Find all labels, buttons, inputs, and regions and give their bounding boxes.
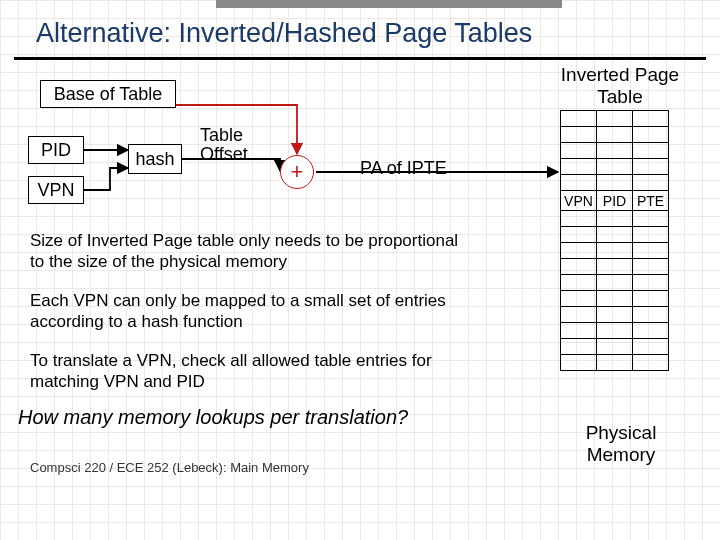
diagram-canvas: Base of Table PID VPN hash Table Offset … [0, 60, 720, 500]
ipt-header-vpn: VPN [561, 191, 597, 211]
ipt-header-pid: PID [597, 191, 633, 211]
para-3: To translate a VPN, check all allowed ta… [30, 350, 460, 393]
base-of-table-box: Base of Table [40, 80, 176, 108]
table-offset-label: Table Offset [200, 126, 248, 164]
pid-box: PID [28, 136, 84, 164]
physical-memory-text: Physical Memory [586, 422, 657, 465]
ipt-header-pte: PTE [633, 191, 669, 211]
hash-box: hash [128, 144, 182, 174]
adder-circle: + [280, 155, 314, 189]
physical-memory-label: Physical Memory [566, 422, 676, 466]
ipt-title-text: Inverted Page Table [561, 64, 679, 107]
para-2: Each VPN can only be mapped to a small s… [30, 290, 460, 333]
para-1: Size of Inverted Page table only needs t… [30, 230, 460, 273]
slide-title: Alternative: Inverted/Hashed Page Tables [0, 8, 720, 57]
footer-text: Compsci 220 / ECE 252 (Lebeck): Main Mem… [30, 460, 309, 475]
question-text: How many memory lookups per translation? [18, 406, 408, 429]
ipt-table: VPN PID PTE [560, 110, 669, 371]
ipt-title: Inverted Page Table [560, 64, 680, 108]
pa-of-ipte-label: PA of IPTE [360, 158, 447, 179]
vpn-box: VPN [28, 176, 84, 204]
